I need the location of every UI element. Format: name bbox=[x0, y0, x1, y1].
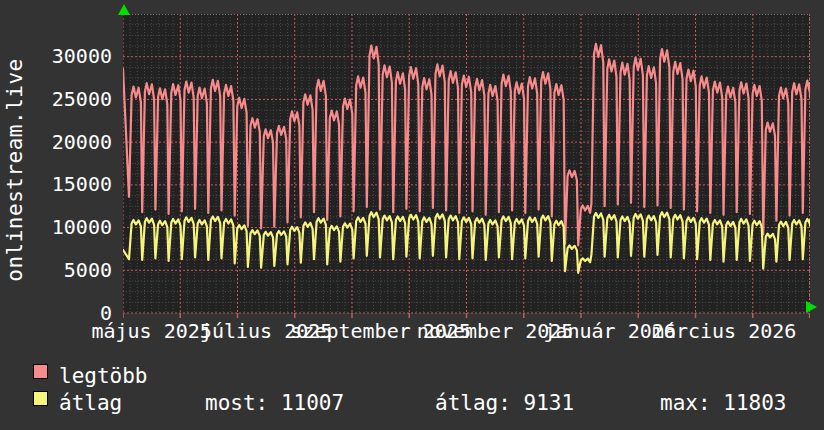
y-tick-label: 25000 bbox=[0, 89, 112, 110]
y-tick-label: 10000 bbox=[0, 217, 112, 238]
stat-max: max: 11803 bbox=[660, 393, 786, 414]
legend-label-atlag: átlag bbox=[59, 393, 122, 414]
stat-most-value: 11007 bbox=[281, 391, 344, 415]
rrd-graph-page: onlinestream.live 0500010000150002000025… bbox=[0, 0, 824, 430]
y-tick-label: 20000 bbox=[0, 132, 112, 153]
x-axis-arrow-icon bbox=[806, 301, 817, 313]
x-tick-label: március 2026 bbox=[652, 321, 797, 342]
chart-plot-area bbox=[123, 14, 810, 319]
stat-most: most: 11007 bbox=[205, 393, 344, 414]
chart-canvas bbox=[123, 14, 810, 319]
y-axis-arrow-icon bbox=[118, 4, 130, 15]
stat-max-value: 11803 bbox=[723, 391, 786, 415]
y-tick-label: 5000 bbox=[0, 260, 112, 281]
stat-atlag-label: átlag: bbox=[435, 391, 511, 415]
x-tick-label: május 2025 bbox=[91, 321, 211, 342]
stat-most-label: most: bbox=[205, 391, 268, 415]
legend-label-legtobb: legtöbb bbox=[59, 366, 148, 387]
y-tick-label: 15000 bbox=[0, 174, 112, 195]
y-tick-label: 30000 bbox=[0, 46, 112, 67]
legend-swatch-legtobb bbox=[33, 364, 48, 379]
stat-atlag: átlag: 9131 bbox=[435, 393, 574, 414]
legend-swatch-atlag bbox=[33, 391, 48, 406]
stat-atlag-value: 9131 bbox=[524, 391, 575, 415]
stat-max-label: max: bbox=[660, 391, 711, 415]
